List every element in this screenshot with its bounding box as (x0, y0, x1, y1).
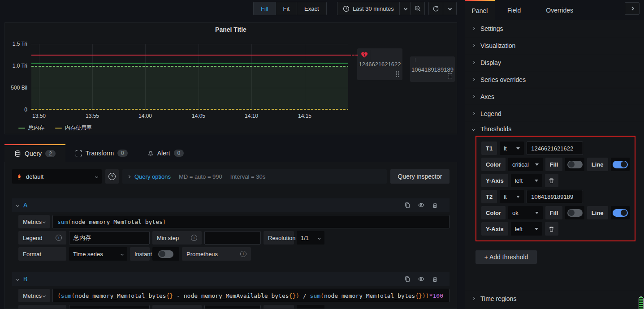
chevron-down-icon (16, 277, 19, 280)
metrics-dropdown[interactable]: Metrics (18, 215, 50, 228)
section-time-regions[interactable]: Time regions (465, 290, 644, 307)
drag-handle-icon[interactable] (448, 73, 452, 79)
query-expression-input[interactable]: sum(node_memory_MemTotal_bytes) (52, 215, 450, 228)
size-mode-exact-button[interactable]: Exact (297, 2, 327, 15)
duplicate-query-button[interactable] (404, 202, 411, 209)
line-label: Line (587, 206, 608, 219)
query-ref: B (23, 275, 27, 283)
scrollbar-thumb[interactable] (639, 296, 644, 309)
chevron-right-icon (630, 7, 634, 10)
refresh-interval-dropdown[interactable] (443, 2, 457, 15)
time-range-dropdown-button[interactable] (399, 2, 412, 15)
disable-query-eye-button[interactable] (418, 276, 425, 282)
delete-threshold-button[interactable] (545, 174, 558, 187)
thresholds-highlight-box: T1 lt 1246621621622 Color critical Fill … (475, 136, 635, 241)
threshold-handle-1[interactable]: 1246621621622 (357, 48, 402, 80)
threshold-yaxis-select[interactable]: left (511, 174, 542, 187)
threshold-yaxis-select[interactable]: left (511, 222, 542, 236)
threshold-value-input[interactable]: 1064189189189 (527, 190, 583, 203)
legend-label: Legendi (18, 231, 66, 245)
chevron-down-icon (43, 220, 46, 223)
legend-color-dash (18, 128, 25, 129)
delete-threshold-button[interactable] (545, 222, 558, 236)
line-toggle[interactable] (613, 161, 628, 168)
threshold-handle-value: 1246621621622 (357, 61, 402, 68)
threshold-value-input[interactable]: 1246621621622 (527, 142, 583, 155)
chart-plot-area[interactable] (31, 44, 348, 110)
tab-field[interactable]: Field (495, 0, 533, 20)
tab-query[interactable]: Query 2 (4, 144, 65, 162)
transform-icon (75, 150, 82, 157)
legend-item[interactable]: 总内存 (18, 124, 44, 132)
tab-label: Query (25, 150, 42, 157)
section-series-overrides[interactable]: Series overrides (465, 71, 644, 88)
chevron-down-icon (472, 127, 475, 130)
help-icon: ? (108, 173, 116, 180)
resolution-label: Resolution (264, 305, 294, 309)
query-header[interactable]: A (12, 198, 450, 212)
datasource-select[interactable]: default (12, 169, 102, 184)
size-mode-fit-button[interactable]: Fit (276, 2, 297, 15)
zoom-out-button[interactable] (411, 2, 425, 15)
chevron-down-icon (43, 294, 46, 297)
drag-handle-icon[interactable] (395, 71, 399, 77)
fill-label: Fill (545, 206, 563, 219)
clock-icon (343, 5, 350, 12)
threshold-op-select[interactable]: lt (500, 190, 524, 203)
resolution-select[interactable]: 1/1 (297, 231, 324, 245)
format-select[interactable]: Time series (69, 247, 127, 261)
caret-down-icon (516, 147, 520, 150)
delete-query-button[interactable] (432, 202, 438, 209)
section-axes[interactable]: Axes (465, 88, 644, 105)
legend-item[interactable]: 内存使用率 (55, 124, 92, 132)
fill-toggle[interactable] (567, 161, 583, 168)
tab-panel[interactable]: Panel (465, 0, 495, 20)
tab-overrides[interactable]: Overrides (533, 0, 586, 20)
legend-label: 内存使用率 (65, 124, 92, 132)
prometheus-flame-icon (16, 173, 22, 180)
threshold-op-select[interactable]: lt (500, 142, 524, 155)
section-display[interactable]: Display (465, 54, 644, 71)
query-options-link[interactable]: Query options (134, 173, 171, 180)
size-mode-fill-button[interactable]: Fill (253, 2, 276, 15)
collapse-sidebar-button[interactable] (625, 2, 640, 15)
tab-transform[interactable]: Transform 0 (65, 144, 138, 162)
query-inspector-button[interactable]: Query inspector (390, 169, 450, 184)
refresh-button[interactable] (428, 2, 443, 15)
duplicate-query-button[interactable] (404, 276, 411, 283)
threshold-color-select[interactable]: ok (508, 206, 543, 219)
top-toolbar: Fill Fit Exact Last 30 minutes (0, 0, 465, 20)
time-range-button[interactable]: Last 30 minutes (337, 2, 399, 15)
metrics-dropdown[interactable]: Metrics (18, 289, 50, 302)
add-threshold-button[interactable]: + Add threshold (475, 250, 537, 264)
fill-toggle[interactable] (567, 209, 583, 217)
legend-input[interactable]: 内存使用率 (69, 305, 150, 309)
legend-label: Legendi (18, 305, 66, 309)
disable-query-eye-button[interactable] (418, 202, 425, 208)
tab-alert[interactable]: Alert 0 (138, 144, 194, 162)
line-toggle[interactable] (613, 209, 628, 217)
min-step-input[interactable] (204, 231, 261, 245)
threshold-handle-2[interactable]: 1064189189189 (410, 56, 455, 82)
chevron-down-icon (404, 7, 407, 10)
query-expression-input[interactable]: (sum(node_memory_MemTotal_bytes{} - node… (52, 289, 450, 302)
delete-query-button[interactable] (432, 276, 438, 283)
format-label: Format (18, 247, 66, 261)
instant-toggle[interactable] (158, 250, 173, 258)
min-step-input[interactable] (204, 305, 261, 309)
sidebar-content: SettingsVisualizationDisplaySeries overr… (465, 20, 644, 309)
section-settings[interactable]: Settings (465, 20, 644, 37)
legend-input[interactable]: 总内存 (69, 231, 150, 245)
threshold-color-select[interactable]: critical (508, 158, 543, 171)
legend-label: 总内存 (28, 124, 44, 132)
section-visualization[interactable]: Visualization (465, 37, 644, 54)
resolution-select[interactable]: 1/1 (297, 305, 324, 309)
time-range-picker[interactable]: Last 30 minutes (337, 2, 412, 15)
chevron-down-icon (16, 203, 19, 206)
datasource-help-button[interactable]: ? (105, 169, 119, 184)
section-legend[interactable]: Legend (465, 105, 644, 122)
query-header[interactable]: B (12, 272, 450, 286)
x-tick-label: 14:10 (238, 113, 265, 119)
fill-label: Fill (545, 158, 563, 171)
section-thresholds[interactable]: Thresholds (465, 122, 644, 136)
